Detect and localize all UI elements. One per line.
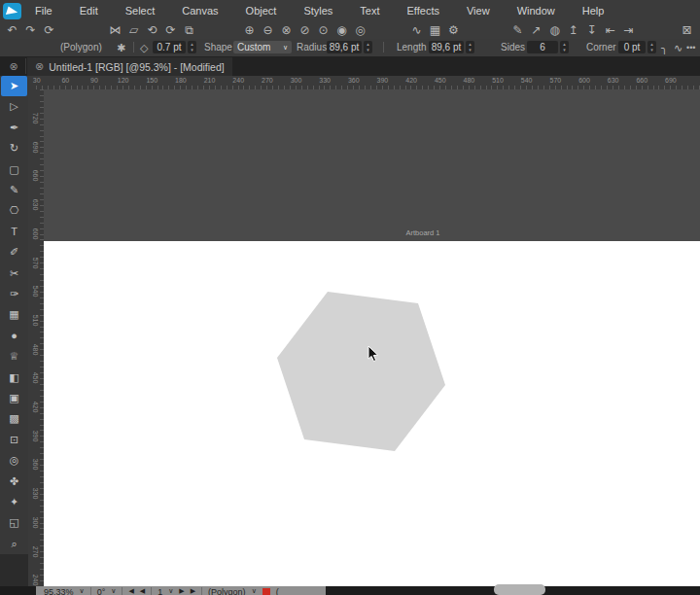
close-all-icon[interactable]: ⊗ [8, 60, 19, 72]
curves-icon[interactable]: ∿ [674, 39, 682, 56]
sides-stepper[interactable]: ▴▾ [560, 41, 569, 53]
duplicate-icon[interactable]: ⧉ [183, 21, 195, 39]
length-stepper[interactable]: ▴▾ [466, 41, 474, 53]
arrange-front-icon[interactable]: ↥ [567, 21, 579, 39]
gradient-tool[interactable]: ◧ [1, 368, 27, 388]
pencil-tool[interactable]: ✐ [1, 242, 27, 262]
style-picker-tool[interactable]: ✤ [1, 472, 27, 492]
marquee-select-tool[interactable]: ▢ [1, 159, 27, 180]
menu-text[interactable]: Text [346, 5, 393, 17]
boolean-merge-icon[interactable]: ◉ [335, 21, 348, 39]
knife-tool[interactable]: ✂ [1, 263, 27, 284]
blob-brush-tool[interactable]: ● [1, 326, 27, 346]
boolean-intersect-icon[interactable]: ⊗ [280, 21, 293, 39]
arrange-back-icon[interactable]: ↧ [585, 21, 598, 39]
length-field[interactable]: 89,6 pt [429, 41, 464, 53]
boolean-combine-icon[interactable]: ⊙ [317, 21, 330, 39]
chevron-down-icon[interactable]: ∨ [111, 587, 116, 595]
zoom-tool[interactable]: ⌕ [1, 534, 27, 554]
horizontal-ruler[interactable]: 3060901201501802102402703003303603904204… [28, 76, 700, 90]
shear-icon[interactable]: ▱ [127, 21, 140, 39]
rotation-value[interactable]: 0° [97, 587, 106, 595]
rotate-ccw-icon[interactable]: ⟲ [146, 21, 158, 39]
shape-dropdown[interactable]: Custom∨ [233, 41, 292, 53]
menu-styles[interactable]: Styles [290, 5, 346, 17]
style-curve-icon[interactable]: ∿ [410, 21, 423, 39]
export-icon[interactable]: ↗ [530, 21, 542, 39]
stroke-width-field[interactable]: 0.7 pt [153, 41, 186, 53]
vertical-ruler[interactable]: 7206906606306005705405104804504203903603… [28, 89, 45, 586]
menu-edit[interactable]: Edit [66, 5, 112, 17]
artboard-label[interactable]: Artboard 1 [369, 228, 476, 237]
rotate-cw-icon[interactable]: ⟳ [164, 21, 177, 39]
chevron-down-icon[interactable]: ∨ [80, 587, 85, 595]
menu-help[interactable]: Help [569, 5, 618, 17]
color-picker-tool[interactable]: ✦ [1, 492, 27, 512]
document-tab[interactable]: ⊗ Untitled-1 [RGB] [@95.3%] - [Modified] [27, 57, 232, 76]
menu-object[interactable]: Object [232, 5, 291, 17]
sides-field[interactable]: 6 [527, 41, 558, 53]
boolean-subtract-icon[interactable]: ⊖ [262, 21, 274, 39]
paint-brush-tool[interactable]: ✑ [1, 284, 27, 304]
redo-icon[interactable]: ↷ [24, 21, 37, 39]
transparency-tool[interactable]: ▩ [1, 408, 27, 429]
arrange-forward-icon[interactable]: ⇤ [604, 21, 616, 39]
menu-file[interactable]: File [21, 5, 66, 17]
boolean-divide-icon[interactable]: ⊘ [298, 21, 311, 39]
node-tool[interactable]: ▷ [1, 96, 27, 117]
pasteboard[interactable] [44, 89, 700, 241]
more-options-button[interactable]: ••• [686, 39, 695, 56]
text-tool[interactable]: T [1, 222, 27, 242]
separator [383, 42, 384, 52]
menu-select[interactable]: Select [112, 5, 169, 17]
web-icon[interactable]: ◍ [548, 21, 561, 39]
tab-close-icon[interactable]: ⊗ [35, 60, 44, 73]
corner-field[interactable]: 0 pt [618, 41, 646, 53]
sync-icon[interactable]: ⟳ [43, 21, 55, 39]
undo-icon[interactable]: ↶ [6, 21, 18, 39]
shape-tool[interactable]: ⎔ [1, 200, 27, 221]
arrange-backward-icon[interactable]: ⇥ [622, 21, 635, 39]
page-number[interactable]: 1 [158, 587, 162, 595]
chevron-down-icon[interactable]: ∨ [168, 587, 173, 595]
pen-tool[interactable]: ✒ [1, 118, 27, 138]
radius-field[interactable]: 89,6 pt [327, 41, 362, 53]
corner-tool[interactable]: ◱ [1, 512, 27, 533]
app-logo-icon[interactable] [3, 3, 21, 19]
shape-builder-tool[interactable]: ◎ [1, 450, 27, 471]
crop-tool[interactable]: ⊡ [1, 430, 27, 450]
last-page-icon[interactable]: ▶ [191, 587, 195, 595]
mail-icon[interactable]: ⊠ [681, 21, 693, 39]
style-flower-icon[interactable]: ✱ [117, 39, 125, 56]
flip-horizontal-icon[interactable]: ⋈ [109, 21, 122, 39]
chevron-down-icon[interactable]: ∨ [252, 587, 257, 595]
stroke-width-stepper[interactable]: ▴▾ [188, 41, 196, 53]
image-tool[interactable]: ▦ [1, 304, 27, 325]
artboard[interactable] [44, 241, 700, 586]
radius-stepper[interactable]: ▴▾ [364, 41, 372, 53]
boolean-outline-icon[interactable]: ◎ [354, 21, 367, 39]
settings-gear-icon[interactable]: ⚙ [447, 21, 460, 39]
prev-page-icon[interactable]: ◀ [140, 587, 145, 595]
vector-brush-tool[interactable]: ✎ [1, 180, 27, 200]
fill-color-swatch[interactable] [262, 588, 270, 595]
mesh-warp-tool[interactable]: ♕ [1, 346, 27, 367]
horizontal-scrollbar-thumb[interactable] [494, 584, 545, 595]
menu-window[interactable]: Window [504, 5, 569, 17]
menu-canvas[interactable]: Canvas [168, 5, 231, 17]
status-tool-label[interactable]: (Polygon) [208, 587, 246, 595]
next-page-icon[interactable]: ▶ [179, 587, 184, 595]
move-tool[interactable]: ➤ [1, 76, 27, 96]
corner-type-icon[interactable]: ╮ [661, 39, 668, 56]
edit-icon[interactable]: ✎ [511, 21, 524, 39]
zoom-level[interactable]: 95.33% [44, 587, 74, 595]
menu-effects[interactable]: Effects [394, 5, 453, 17]
boolean-add-icon[interactable]: ⊕ [243, 21, 256, 39]
place-image-icon[interactable]: ▦ [429, 21, 441, 39]
stroke-style-icon[interactable]: ( [276, 587, 279, 595]
rotate-tool[interactable]: ↻ [1, 138, 27, 158]
menu-view[interactable]: View [453, 5, 504, 17]
corner-stepper[interactable]: ▴▾ [648, 41, 656, 53]
first-page-icon[interactable]: ◀ [128, 587, 133, 595]
frame-tool[interactable]: ▣ [1, 388, 27, 408]
